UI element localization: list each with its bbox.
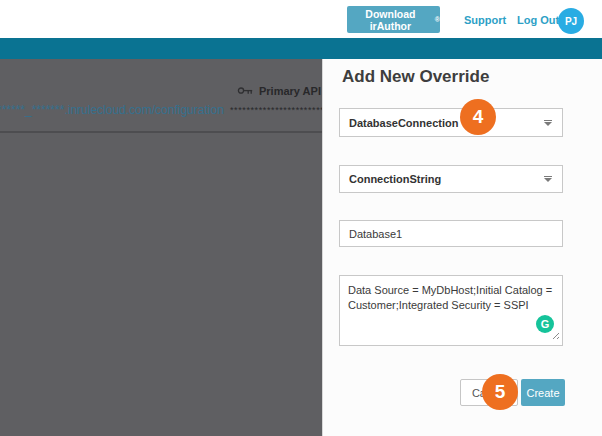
primary-api-key-label: Primary API Ke [259, 85, 322, 97]
chevron-down-icon [544, 178, 552, 182]
override-value-textarea[interactable]: Data Source = MyDbHost;Initial Catalog =… [339, 275, 563, 346]
override-setting-dropdown[interactable]: ConnectionString [339, 165, 563, 193]
app-header: Download irAuthor® Support Log Out PJ [0, 0, 602, 38]
teal-app-bar [0, 38, 602, 59]
chevron-down-icon [544, 122, 552, 126]
logout-link[interactable]: Log Out [517, 14, 559, 26]
step-4-badge: 4 [460, 99, 496, 135]
override-category-value: DatabaseConnection [340, 117, 458, 129]
create-button[interactable]: Create [521, 379, 565, 406]
registered-trademark-symbol: ® [435, 16, 440, 23]
download-irauthor-button[interactable]: Download irAuthor® [347, 6, 440, 33]
section-divider [0, 131, 322, 133]
masked-api-key-value: ************************** [230, 105, 322, 115]
resize-handle-icon[interactable] [552, 326, 560, 344]
panel-title: Add New Override [342, 67, 489, 87]
dimmed-background-page: ******_*******.inrulecloud.com/configura… [0, 59, 322, 436]
download-irauthor-label: Download irAuthor [347, 8, 434, 32]
override-name-input[interactable] [339, 220, 563, 247]
user-avatar[interactable]: PJ [558, 8, 584, 34]
step-5-badge: 5 [482, 374, 518, 410]
key-icon [237, 82, 253, 100]
override-setting-value: ConnectionString [340, 173, 441, 185]
app-window: Download irAuthor® Support Log Out PJ **… [0, 0, 602, 436]
override-category-dropdown[interactable]: DatabaseConnection [339, 108, 563, 137]
configuration-url-link[interactable]: ******_*******.inrulecloud.com/configura… [0, 103, 224, 117]
override-value-field: Data Source = MyDbHost;Initial Catalog =… [339, 275, 563, 346]
primary-api-key-row: Primary API Ke [237, 82, 322, 100]
support-link[interactable]: Support [464, 14, 506, 26]
